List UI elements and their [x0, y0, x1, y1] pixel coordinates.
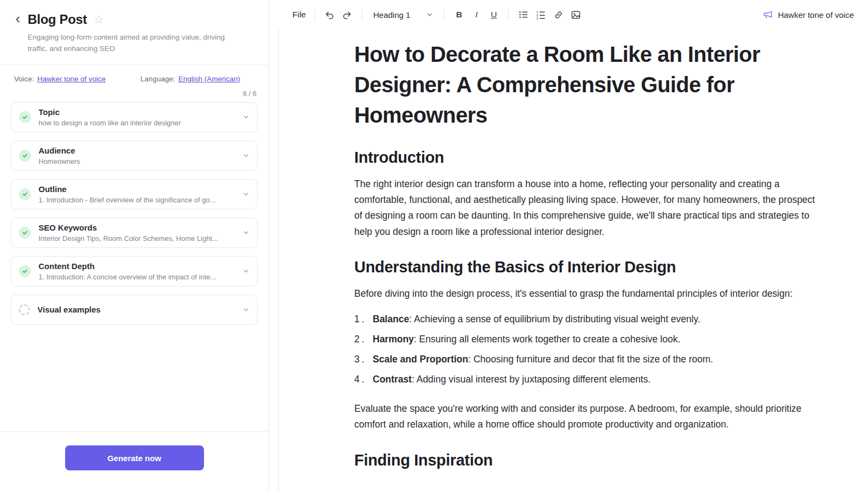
list-text: : Ensuring all elements work together to…	[414, 334, 680, 345]
list-text: : Adding visual interest by juxtaposing …	[412, 374, 650, 385]
file-menu-button[interactable]: File	[290, 7, 308, 23]
italic-button[interactable]: I	[468, 7, 484, 23]
list-term: Scale and Proportion	[373, 354, 468, 365]
step-subtitle: how to design a room like an interior de…	[39, 119, 234, 127]
tone-of-voice-button[interactable]: Hawker tone of voice	[763, 10, 854, 20]
insert-image-button[interactable]	[567, 7, 584, 23]
steps-counter: 6 / 6	[0, 83, 269, 102]
list-marker: 4.	[354, 372, 373, 387]
list-text: : Achieving a sense of equilibrium by di…	[409, 314, 700, 324]
list-marker: 3.	[354, 352, 373, 367]
step-subtitle: 1. Introduction: A concise overview of t…	[39, 273, 234, 281]
list-item: 2. Harmony: Ensuring all elements work t…	[354, 331, 820, 347]
editor-canvas[interactable]: How to Decorate a Room Like an Interior …	[278, 29, 868, 491]
step-title: Audience	[39, 146, 234, 155]
underline-button[interactable]: U	[486, 7, 502, 23]
bold-button[interactable]: B	[451, 7, 467, 23]
numbered-list-icon: 1 2 3	[536, 10, 546, 20]
numbered-list-button[interactable]: 1 2 3	[533, 7, 549, 23]
step-title: Visual examples	[37, 305, 234, 314]
step-card-outline[interactable]: Outline 1. Introduction - Brief overview…	[11, 179, 258, 209]
chevron-down-icon[interactable]	[242, 229, 250, 236]
step-title: SEO Keywords	[39, 223, 234, 232]
language-label: Language:	[141, 75, 175, 83]
redo-button[interactable]	[339, 7, 355, 23]
step-title: Topic	[39, 107, 234, 117]
editor-panel: File Heading 1	[269, 0, 868, 491]
section-heading-introduction: Introduction	[354, 149, 820, 167]
step-card-visual-examples[interactable]: Visual examples	[11, 295, 258, 325]
editor-toolbar: File Heading 1	[269, 0, 868, 29]
section-heading-basics: Understanding the Basics of Interior Des…	[354, 258, 820, 276]
principles-list: 1. Balance: Achieving a sense of equilib…	[354, 311, 820, 387]
favorite-star-icon[interactable]: ☆	[94, 14, 104, 25]
page-description: Engaging long-form content aimed at prov…	[28, 32, 246, 55]
back-button[interactable]	[13, 13, 23, 26]
megaphone-icon	[763, 10, 773, 20]
list-item: 4. Contrast: Adding visual interest by j…	[354, 372, 820, 387]
generate-now-button[interactable]: Generate now	[65, 445, 204, 470]
heading-style-select[interactable]: Heading 1	[369, 7, 437, 23]
step-card-content-depth[interactable]: Content Depth 1. Introduction: A concise…	[11, 256, 258, 286]
step-card-audience[interactable]: Audience Homeowners	[11, 141, 258, 171]
toolbar-divider	[315, 9, 315, 21]
bullet-list-icon	[519, 10, 528, 20]
voice-label: Voice:	[14, 75, 34, 83]
bullet-list-button[interactable]	[515, 7, 532, 23]
pending-circle-icon	[19, 304, 30, 315]
step-title: Content Depth	[39, 262, 234, 271]
step-subtitle: Homeowners	[39, 157, 234, 165]
tone-of-voice-label: Hawker tone of voice	[778, 10, 854, 20]
paragraph: The right interior design can transform …	[354, 176, 820, 240]
paragraph: Before diving into the design process, i…	[354, 286, 820, 302]
step-title: Outline	[39, 184, 234, 194]
toolbar-divider	[444, 9, 444, 21]
chevron-down-icon	[426, 11, 433, 18]
sidebar-footer: Generate now	[0, 431, 269, 491]
paragraph: Evaluate the space you're working with a…	[354, 401, 820, 432]
list-text: : Choosing furniture and decor that fit …	[468, 354, 713, 365]
section-heading-inspiration: Finding Inspiration	[354, 451, 820, 469]
check-circle-icon	[19, 265, 31, 277]
chevron-down-icon[interactable]	[242, 190, 250, 197]
insert-link-button[interactable]	[550, 7, 566, 23]
sidebar-header: Blog Post ☆ Engaging long-form content a…	[0, 0, 269, 65]
check-circle-icon	[19, 227, 31, 239]
toolbar-divider	[362, 9, 362, 21]
chevron-down-icon[interactable]	[242, 267, 250, 275]
voice-link[interactable]: Hawker tone of voice	[37, 75, 106, 83]
svg-text:3: 3	[537, 17, 539, 20]
list-term: Balance	[373, 314, 409, 324]
chevron-left-icon	[14, 15, 22, 24]
chevron-down-icon[interactable]	[242, 306, 250, 313]
redo-icon	[342, 10, 352, 20]
check-circle-icon	[19, 150, 31, 162]
language-link[interactable]: English (American)	[178, 75, 240, 83]
settings-row: Voice: Hawker tone of voice Language: En…	[0, 65, 269, 83]
page-title: Blog Post	[28, 12, 87, 27]
list-item: 3. Scale and Proportion: Choosing furnit…	[354, 352, 820, 367]
step-subtitle: Interior Design Tips, Room Color Schemes…	[39, 234, 234, 243]
list-term: Contrast	[373, 374, 412, 385]
step-cards: Topic how to design a room like an inter…	[0, 102, 269, 431]
toolbar-divider	[508, 9, 509, 21]
list-marker: 1.	[354, 311, 373, 327]
list-term: Harmony	[373, 334, 414, 345]
undo-icon	[324, 10, 335, 20]
list-marker: 2.	[354, 331, 373, 347]
undo-button[interactable]	[322, 7, 338, 23]
check-circle-icon	[19, 188, 31, 200]
sidebar: Blog Post ☆ Engaging long-form content a…	[0, 0, 269, 491]
link-icon	[553, 10, 564, 20]
chevron-down-icon[interactable]	[242, 152, 250, 159]
heading-style-value: Heading 1	[373, 10, 410, 20]
list-item: 1. Balance: Achieving a sense of equilib…	[354, 311, 820, 327]
step-subtitle: 1. Introduction - Brief overview of the …	[39, 196, 234, 204]
check-circle-icon	[19, 111, 31, 123]
step-card-topic[interactable]: Topic how to design a room like an inter…	[11, 102, 258, 132]
document-title: How to Decorate a Room Like an Interior …	[354, 39, 820, 130]
chevron-down-icon[interactable]	[242, 113, 250, 120]
app-window: Blog Post ☆ Engaging long-form content a…	[0, 0, 868, 491]
image-icon	[571, 10, 581, 20]
step-card-seo-keywords[interactable]: SEO Keywords Interior Design Tips, Room …	[11, 218, 258, 248]
